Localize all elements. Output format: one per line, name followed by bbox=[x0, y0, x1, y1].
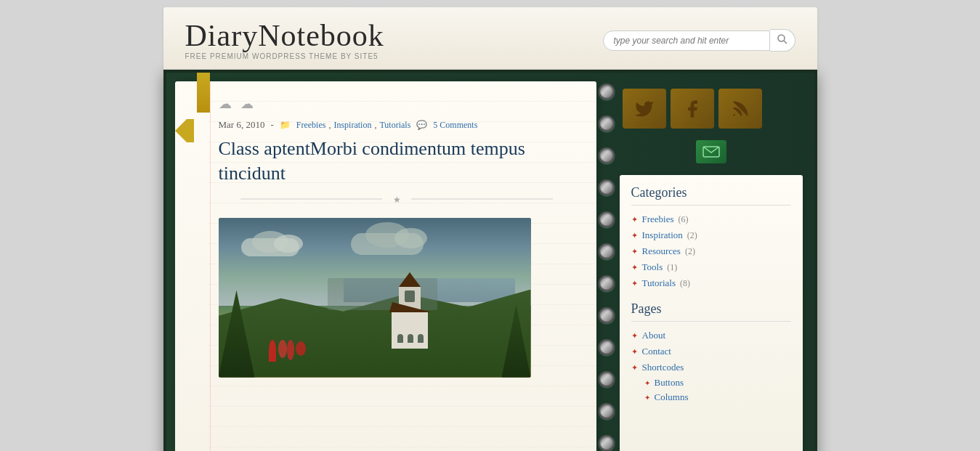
star-icon: ✦ bbox=[631, 363, 638, 373]
ring-1 bbox=[599, 84, 615, 99]
star-icon: ✦ bbox=[631, 231, 638, 240]
divider-line: ★ bbox=[240, 193, 553, 205]
tower-roof bbox=[399, 272, 421, 287]
pages-title: Pages bbox=[631, 301, 791, 322]
cat-freebies[interactable]: Freebies bbox=[296, 120, 326, 131]
email-svg bbox=[702, 146, 720, 158]
arrow-tag-container bbox=[175, 119, 194, 142]
comment-icon: 💬 bbox=[416, 120, 427, 131]
site-title: DiaryNotebook bbox=[185, 20, 384, 51]
post-date: Mar 6, 2010 bbox=[219, 119, 265, 131]
sub-star-icon: ✦ bbox=[644, 379, 650, 387]
freebies-count: (6) bbox=[679, 214, 689, 225]
pages-list: ✦ About ✦ Contact ✦ Shortcodes bbox=[631, 328, 791, 405]
svg-point-0 bbox=[778, 35, 785, 41]
cat-inspiration[interactable]: Inspiration bbox=[333, 120, 371, 131]
main-roof bbox=[389, 302, 432, 312]
cat-freebies-link[interactable]: Freebies bbox=[642, 214, 674, 225]
list-item: ✦ Contact bbox=[631, 344, 791, 359]
list-item: ✦ Tools (1) bbox=[631, 259, 791, 275]
cloud-shape-1 bbox=[234, 231, 321, 260]
tutorials-count: (8) bbox=[680, 278, 690, 289]
pages-section: Pages ✦ About ✦ Contact ✦ Shortcodes bbox=[631, 301, 791, 405]
columns-link[interactable]: Columns bbox=[655, 391, 689, 403]
bookmark-tab bbox=[197, 73, 210, 113]
ring-6 bbox=[599, 243, 615, 259]
rings-container bbox=[596, 73, 617, 451]
cat-inspiration-link[interactable]: Inspiration bbox=[642, 229, 683, 241]
arrow-tip bbox=[175, 119, 187, 142]
ring-2 bbox=[599, 115, 615, 131]
list-item: ✦ Shortcodes bbox=[631, 359, 791, 375]
twitter-icon[interactable] bbox=[623, 89, 666, 129]
church-body bbox=[392, 312, 428, 349]
flowers bbox=[265, 333, 309, 362]
cat-resources-link[interactable]: Resources bbox=[642, 245, 681, 257]
notebook: ☁ ☁ Mar 6, 2010 - 📁 Freebies, Inspiratio… bbox=[163, 70, 817, 451]
post-date-sep: - bbox=[270, 119, 273, 131]
arrow-body bbox=[187, 119, 194, 142]
ring-5 bbox=[599, 211, 615, 227]
ring-3 bbox=[599, 147, 615, 163]
ring-4 bbox=[599, 179, 615, 195]
contact-link[interactable]: Contact bbox=[642, 346, 671, 357]
rss-icon[interactable] bbox=[718, 89, 762, 129]
header: DiaryNotebook FREE PREMIUM WORDPRESS THE… bbox=[163, 7, 817, 70]
search-bar bbox=[603, 29, 795, 52]
svg-point-5 bbox=[733, 114, 734, 115]
twitter-svg bbox=[634, 99, 655, 119]
rss-svg bbox=[730, 99, 750, 119]
sub-list-item: ✦ Buttons bbox=[644, 375, 791, 390]
svg-line-1 bbox=[784, 41, 787, 44]
list-item: ✦ About bbox=[631, 328, 791, 344]
ring-8 bbox=[599, 307, 615, 323]
buttons-link[interactable]: Buttons bbox=[655, 377, 684, 389]
list-item: ✦ Inspiration (2) bbox=[631, 227, 791, 243]
cloud-icon-1: ☁ bbox=[219, 96, 232, 112]
ring-11 bbox=[599, 403, 615, 419]
ring-7 bbox=[599, 275, 615, 291]
page-wrapper: DiaryNotebook FREE PREMIUM WORDPRESS THE… bbox=[163, 7, 817, 451]
sub-list-item: ✦ Columns bbox=[644, 390, 791, 405]
shortcodes-link[interactable]: Shortcodes bbox=[642, 362, 684, 373]
star-icon: ✦ bbox=[631, 247, 638, 256]
categories-list: ✦ Freebies (6) ✦ Inspiration (2) ✦ Resou… bbox=[631, 211, 791, 291]
search-input[interactable] bbox=[603, 31, 770, 51]
post-image bbox=[219, 218, 531, 378]
comments-link[interactable]: 5 Comments bbox=[433, 120, 477, 131]
star-icon: ✦ bbox=[631, 215, 638, 224]
email-icon[interactable] bbox=[696, 140, 726, 163]
clouds-row: ☁ ☁ bbox=[219, 96, 575, 112]
star-icon: ✦ bbox=[631, 331, 638, 341]
site-subtitle: FREE PREMIUM WORDPRESS THEME BY SITE5 bbox=[185, 52, 384, 60]
inspiration-count: (2) bbox=[687, 230, 697, 241]
about-link[interactable]: About bbox=[642, 330, 666, 341]
svg-text:★: ★ bbox=[392, 195, 400, 205]
sidebar: Categories ✦ Freebies (6) ✦ Inspiration … bbox=[617, 73, 814, 451]
ring-9 bbox=[599, 339, 615, 355]
categories-title: Categories bbox=[631, 185, 791, 206]
facebook-icon[interactable] bbox=[671, 89, 714, 129]
tools-count: (1) bbox=[667, 262, 677, 273]
site-title-block: DiaryNotebook FREE PREMIUM WORDPRESS THE… bbox=[185, 20, 384, 60]
social-icons bbox=[620, 83, 803, 129]
email-icon-row bbox=[620, 137, 803, 166]
star-icon: ✦ bbox=[631, 263, 638, 272]
star-icon: ✦ bbox=[631, 347, 638, 357]
search-button[interactable] bbox=[770, 29, 795, 52]
post-title: Class aptentMorbi condimentum tempus tin… bbox=[219, 137, 575, 186]
list-item: ✦ Freebies (6) bbox=[631, 211, 791, 227]
ring-12 bbox=[599, 435, 615, 451]
list-item: ✦ Tutorials (8) bbox=[631, 275, 791, 291]
church bbox=[381, 283, 439, 349]
cat-tutorials[interactable]: Tutorials bbox=[379, 120, 410, 131]
cloud-shape-2 bbox=[344, 222, 453, 259]
post-divider: ★ bbox=[219, 193, 575, 208]
sub-star-icon: ✦ bbox=[644, 394, 650, 402]
cloud-icon-2: ☁ bbox=[240, 96, 254, 112]
sidebar-panel: Categories ✦ Freebies (6) ✦ Inspiration … bbox=[620, 175, 803, 451]
cat-tools-link[interactable]: Tools bbox=[642, 261, 663, 273]
shortcodes-sublist: ✦ Buttons ✦ Columns bbox=[644, 375, 791, 405]
search-icon bbox=[777, 34, 787, 44]
cat-tutorials-link[interactable]: Tutorials bbox=[642, 277, 676, 289]
